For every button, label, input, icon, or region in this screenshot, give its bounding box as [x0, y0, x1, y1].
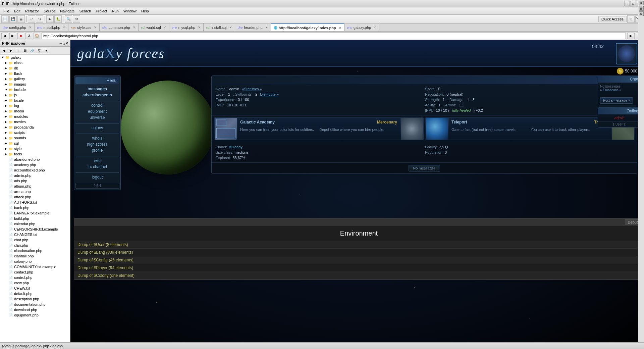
tab-mysql-close[interactable]: ✕ [198, 26, 201, 29]
tab-common[interactable]: php common.php ✕ [100, 23, 139, 31]
dump-player[interactable]: Dump of $Player (94 elements) [74, 264, 644, 272]
tree-item-documentation[interactable]: 📄 documentation.php [0, 302, 70, 307]
undo-button[interactable]: ↩ [28, 15, 35, 23]
tree-item-banner[interactable]: 📄 BANNER.txt.example [0, 210, 70, 216]
tree-item-locale[interactable]: ▶ 📁 locale [0, 98, 70, 103]
tab-common-close[interactable]: ✕ [133, 26, 136, 29]
tree-toggle-class[interactable]: ▶ [5, 61, 8, 64]
tab-style-close[interactable]: ✕ [94, 26, 97, 29]
run-button[interactable]: ▶ [46, 15, 54, 23]
galactic-academy-card[interactable]: Galactic Academy Mercenary Here you can … [214, 117, 424, 140]
stat-distribute-link[interactable]: Distribute » [260, 92, 279, 96]
tree-toggle-db[interactable]: ▶ [5, 66, 8, 70]
tree-toggle-locale[interactable]: ▶ [5, 99, 8, 102]
tree-item-media[interactable]: ▶ 📁 media [0, 108, 70, 114]
settings-button[interactable]: ⚙ [73, 15, 80, 23]
margin-btn-3[interactable]: ⊕ [639, 11, 644, 16]
tree-item-flash[interactable]: ▶ 📁 flash [0, 71, 70, 76]
menu-link-profile[interactable]: profile [75, 147, 119, 153]
sidebar-minimize[interactable]: ─ [60, 42, 62, 45]
save-button[interactable]: 💾 [9, 15, 17, 23]
menu-link-highscores[interactable]: high scores [75, 141, 119, 147]
tree-toggle-scripts[interactable]: ▶ [5, 131, 8, 134]
tree-toggle-tools[interactable]: ▶ [5, 152, 8, 156]
tree-item-download[interactable]: 📄 download.php [0, 307, 70, 312]
dump-user[interactable]: Dump of $User (8 elements) [74, 241, 644, 249]
tree-item-community[interactable]: 📄 COMMUNITY.txt.example [0, 264, 70, 269]
tab-header[interactable]: php header.php ✕ [235, 23, 271, 31]
tree-toggle-js[interactable]: ▶ [5, 93, 8, 97]
menu-link-messages[interactable]: messages [75, 86, 119, 92]
tree-item-crew-txt[interactable]: 📄 CREW.txt [0, 286, 70, 291]
planet-name-value[interactable]: Mulahay [228, 145, 243, 149]
tree-item-db[interactable]: ▶ 📁 db [0, 65, 70, 71]
menu-edit[interactable]: Edit [12, 8, 22, 14]
new-button[interactable]: 📄 [1, 15, 9, 23]
go-button[interactable]: ▶ [627, 33, 635, 39]
stop-button[interactable]: ■ [17, 33, 24, 39]
tree-item-images[interactable]: ▶ 📁 images [0, 82, 70, 87]
redo-button[interactable]: ↪ [36, 15, 43, 23]
tab-galaxy-php-close[interactable]: ✕ [374, 26, 376, 29]
menu-run[interactable]: Run [110, 8, 121, 14]
sidebar-forward-btn[interactable]: ▶ [8, 48, 14, 54]
menu-link-colony[interactable]: colony [75, 125, 119, 131]
tree-toggle-sql[interactable]: ▶ [5, 142, 8, 145]
tree-item-control[interactable]: 📄 control.php [0, 275, 70, 280]
sidebar-menu-btn[interactable]: ▼ [43, 48, 50, 54]
dump-lang[interactable]: Dump of $Lang (839 elements) [74, 249, 644, 256]
tree-item-censorship[interactable]: 📄 CENSORSHIP.txt.example [0, 227, 70, 232]
tree-item-modules[interactable]: ▶ 📁 modules [0, 114, 70, 119]
perspective-button[interactable]: ⊞ [627, 15, 635, 23]
stat-statistics-link[interactable]: «Statistics » [242, 87, 262, 91]
tree-item-tools[interactable]: ▶ 📁 tools [0, 151, 70, 157]
tree-item-clanhall[interactable]: 📄 clanhall.php [0, 253, 70, 259]
online-user[interactable]: admin [598, 114, 641, 121]
tree-toggle-log[interactable]: ▶ [5, 104, 8, 107]
tab-galaxy-php[interactable]: php galaxy.php ✕ [344, 23, 379, 31]
tab-world[interactable]: sql world.sql ✕ [139, 23, 169, 31]
menu-link-wiki[interactable]: wiki [75, 158, 119, 164]
tab-mysql[interactable]: php mysql.php ✕ [169, 23, 204, 31]
dump-colony[interactable]: Dump of $Colony (one element) [74, 272, 644, 280]
forward-button[interactable]: ▶ [9, 33, 16, 39]
tree-toggle-include[interactable]: ▼ [5, 88, 8, 91]
print-button[interactable]: 🖨 [17, 15, 25, 23]
tree-item-colony[interactable]: 📄 colony.php [0, 259, 70, 264]
tab-galaxy-index-close[interactable]: ✕ [339, 26, 341, 30]
tab-install-sql[interactable]: sql install.sql ✕ [204, 23, 235, 31]
tab-galaxy-index[interactable]: 🌐 http://localhost/galaxy/index.php ✕ [271, 23, 344, 31]
sidebar-collapse-btn[interactable]: ⊟ [22, 48, 29, 54]
tab-config-close[interactable]: ✕ [29, 26, 32, 29]
tree-item-build[interactable]: 📄 build.php [0, 216, 70, 221]
tree-item-log[interactable]: ▶ 📁 log [0, 103, 70, 108]
tab-install[interactable]: php install.php ✕ [35, 23, 69, 31]
back-button[interactable]: ◀ [1, 33, 8, 39]
tree-toggle-galaxy[interactable]: ▼ [1, 56, 5, 59]
menu-source[interactable]: Source [42, 8, 57, 14]
tree-toggle-gallery[interactable]: ▶ [5, 77, 8, 81]
search-button[interactable]: 🔍 [65, 15, 72, 23]
tree-item-bank[interactable]: 📄 bank.php [0, 205, 70, 210]
tree-toggle-images[interactable]: ▶ [5, 83, 8, 86]
tab-install-close[interactable]: ✕ [63, 26, 65, 29]
tree-item-admin[interactable]: 📄 admin.php [0, 173, 70, 178]
tree-item-default[interactable]: 📄 default.php [0, 291, 70, 296]
tab-install-sql-close[interactable]: ✕ [229, 26, 232, 29]
tree-item-album[interactable]: 📄 album.php [0, 184, 70, 189]
margin-btn-2[interactable]: ▤ [639, 6, 644, 11]
menu-link-control[interactable]: control [75, 102, 119, 108]
sidebar-filter-btn[interactable]: ▽ [36, 48, 43, 54]
menu-file[interactable]: File [1, 8, 11, 14]
chat-emoticons-link[interactable]: » Emoticons « [600, 88, 639, 92]
tree-item-movies[interactable]: ▶ 📁 movies [0, 119, 70, 124]
sidebar-close[interactable]: ✕ [65, 42, 68, 45]
tree-item-style[interactable]: ▶ 📁 style [0, 146, 70, 151]
tree-item-description[interactable]: 📄 description.php [0, 296, 70, 302]
tree-item-clan[interactable]: 📄 clan.php [0, 243, 70, 248]
tree-item-scripts[interactable]: ▶ 📁 scripts [0, 130, 70, 135]
no-messages-button[interactable]: No messages [409, 165, 440, 171]
tree-item-equipment[interactable]: 📄 equipment.php [0, 312, 70, 318]
tree-toggle-flash[interactable]: ▶ [5, 72, 8, 75]
tree-item-academy[interactable]: 📄 academy.php [0, 162, 70, 167]
